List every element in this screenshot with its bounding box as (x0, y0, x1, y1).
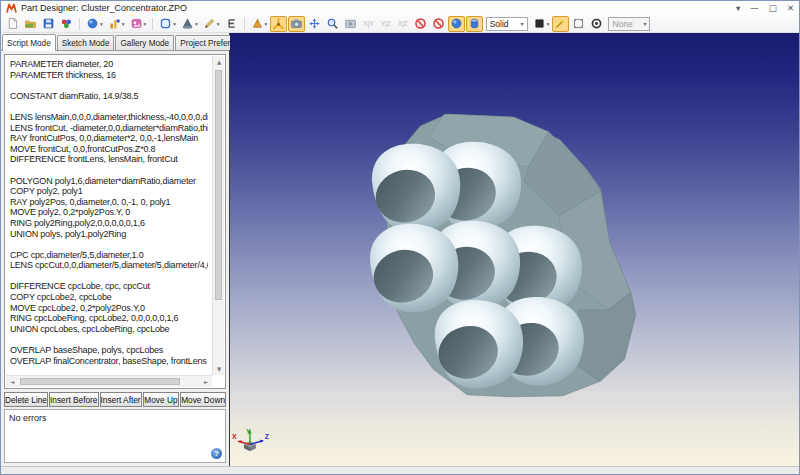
view-yz-button[interactable]: Y|Z (378, 16, 394, 32)
shading-options-button[interactable]: ▾ (531, 16, 552, 32)
script-line[interactable]: LENS cpcCut,0,0,diameter/5,diameter/5,di… (10, 260, 208, 271)
editor-button-row: Delete LineInsert BeforeInsert AfterMove… (4, 392, 226, 407)
script-line[interactable]: DIFFERENCE cpcLobe, cpc, cpcCut (10, 281, 208, 292)
window-controls: ▾—□✕ (736, 3, 794, 13)
script-line[interactable]: RAY poly2Pos, 0,diameter,0, 0,-1, 0, pol… (10, 197, 208, 208)
prism-tool-button[interactable]: ▾ (249, 16, 270, 32)
camera-view-button[interactable] (288, 16, 305, 32)
render-mode-select[interactable]: Solid▾ (486, 17, 528, 31)
help-icon[interactable]: ? (211, 448, 222, 459)
target-view-button[interactable] (588, 16, 605, 32)
insert-before-button[interactable]: Insert Before (49, 392, 99, 407)
prism-icon (251, 17, 264, 30)
script-line[interactable] (10, 165, 208, 176)
triad-icon (272, 17, 285, 30)
horizontal-scroll-thumb[interactable] (20, 378, 180, 385)
scroll-right-arrow[interactable]: ► (200, 376, 212, 388)
script-line[interactable] (10, 334, 208, 345)
axes-toggle-button[interactable] (270, 16, 287, 32)
move-up-button[interactable]: Move Up (143, 392, 180, 407)
chart-primitive-button[interactable]: ▾ (106, 16, 127, 32)
toolbar-separator (152, 18, 153, 30)
sphere-primitive-button[interactable]: ▾ (84, 16, 105, 32)
tab-gallery-mode[interactable]: Gallery Mode (115, 35, 174, 50)
open-file-button[interactable] (22, 16, 39, 32)
script-line[interactable]: CPC cpc,diameter/5,5,diameter,1.0 (10, 250, 208, 261)
script-line[interactable]: MOVE frontCut, 0,0,frontCutPos.Z*0.8 (10, 144, 208, 155)
script-line[interactable] (10, 101, 208, 112)
horizontal-scrollbar[interactable]: ◄ ► (6, 375, 212, 387)
move-down-button[interactable]: Move Down (180, 392, 226, 407)
script-line[interactable]: POLYGON poly1,6,diameter*diamRatio,diame… (10, 176, 208, 187)
script-line[interactable] (10, 80, 208, 91)
script-line[interactable]: DIFFERENCE frontLens, lensMain, frontCut (10, 154, 208, 165)
script-line[interactable]: OVERLAP baseShape, polys, cpcLobes (10, 345, 208, 356)
model-cluster-concentrator[interactable] (368, 114, 636, 397)
script-line[interactable]: RAY frontCutPos, 0,0,diameter*2, 0,0,-1,… (10, 133, 208, 144)
new-file-button[interactable] (4, 16, 21, 32)
script-line[interactable]: RING cpcLobeRing, cpcLobe2, 0,0,0,0,0,1,… (10, 313, 208, 324)
script-line[interactable]: COPY cpcLobe2, cpcLobe (10, 292, 208, 303)
left-panel: Script ModeSketch ModeGallery ModeProjec… (1, 33, 230, 466)
maximize-button[interactable]: □ (769, 3, 777, 13)
rounded-shape-button[interactable]: ▾ (157, 16, 178, 32)
highlight-tool-button[interactable] (552, 16, 569, 32)
pen-icon (203, 17, 216, 30)
script-line[interactable]: OVERLAP finalConcentrator, baseShape, fr… (10, 356, 208, 367)
script-line[interactable]: MOVE cpcLobe2, 0,2*poly2Pos.Y,0 (10, 303, 208, 314)
cylinder-display-button[interactable] (466, 16, 483, 32)
delete-line-button[interactable]: Delete Line (4, 392, 48, 407)
script-line[interactable]: UNION polys, poly1,poly2Ring (10, 229, 208, 240)
script-line[interactable]: UNION cpcLobes, cpcLobeRing, cpcLobe (10, 324, 208, 335)
minimize-button[interactable]: — (750, 3, 759, 13)
script-editor[interactable]: PARAMETER diameter, 20PARAMETER thicknes… (4, 54, 226, 389)
window-menu-button[interactable]: ▾ (736, 3, 740, 13)
script-line[interactable]: LENS lensMain,0,0,0,diameter,thickness,-… (10, 112, 208, 123)
scroll-up-arrow[interactable]: ▲ (213, 56, 225, 68)
tab-sketch-mode[interactable]: Sketch Mode (57, 35, 115, 50)
pen-tool-button[interactable]: ▾ (201, 16, 222, 32)
viewport-3d[interactable]: X Y Z (230, 33, 799, 466)
scroll-down-arrow[interactable]: ▼ (213, 363, 225, 375)
cone-icon (181, 17, 194, 30)
disable-trace-button[interactable] (430, 16, 447, 32)
noentry-icon (432, 17, 445, 30)
script-line[interactable] (10, 366, 208, 375)
script-line[interactable]: COPY poly2, poly1 (10, 186, 208, 197)
solid-display-button[interactable] (448, 16, 465, 32)
vertical-scrollbar[interactable]: ▲ ▼ (212, 56, 224, 375)
vertical-scroll-thumb[interactable] (215, 70, 222, 300)
fit-view-button[interactable] (570, 16, 587, 32)
scroll-left-arrow[interactable]: ◄ (6, 376, 18, 388)
save-button[interactable] (40, 16, 57, 32)
close-button[interactable]: ✕ (787, 3, 794, 13)
view-xz-button[interactable]: X|Z (395, 16, 411, 32)
axis-y-label: Y (246, 428, 251, 435)
disable-render-button[interactable] (412, 16, 429, 32)
script-line[interactable]: LENS frontCut, -diameter,0,0,diameter*di… (10, 123, 208, 134)
edit-tool-button[interactable] (223, 16, 240, 32)
script-line[interactable] (10, 271, 208, 282)
tab-script-mode[interactable]: Script Mode (2, 34, 56, 51)
script-line[interactable]: PARAMETER diameter, 20 (10, 59, 208, 70)
script-lines[interactable]: PARAMETER diameter, 20PARAMETER thicknes… (6, 56, 212, 375)
part-designer-window: Part Designer: Cluster_Concentrator.ZPO … (0, 0, 800, 475)
script-line[interactable]: PARAMETER thickness, 16 (10, 70, 208, 81)
overlay-select[interactable]: None▾ (608, 17, 650, 31)
chevron-down-icon: ▾ (100, 21, 103, 27)
script-line[interactable]: MOVE poly2, 0,2*poly2Pos.Y, 0 (10, 207, 208, 218)
zoom-view-button[interactable] (324, 16, 341, 32)
pan-view-button[interactable] (306, 16, 323, 32)
insert-after-button[interactable]: Insert After (100, 392, 142, 407)
expand-icon (572, 17, 585, 30)
script-line[interactable]: CONSTANT diamRatio, 14.9/38.5 (10, 91, 208, 102)
color-spheres-button[interactable] (58, 16, 75, 32)
scene-canvas[interactable]: X Y Z (230, 33, 799, 466)
chevron-down-icon: ▾ (643, 20, 646, 27)
gallery-primitive-button[interactable]: ▾ (128, 16, 149, 32)
snapshot-button[interactable] (342, 16, 359, 32)
script-line[interactable]: RING poly2Ring,poly2,0,0,0,0,0,1,6 (10, 218, 208, 229)
script-line[interactable] (10, 239, 208, 250)
view-xy-button[interactable]: X|Y (360, 16, 376, 32)
cone-shape-button[interactable]: ▾ (179, 16, 200, 32)
